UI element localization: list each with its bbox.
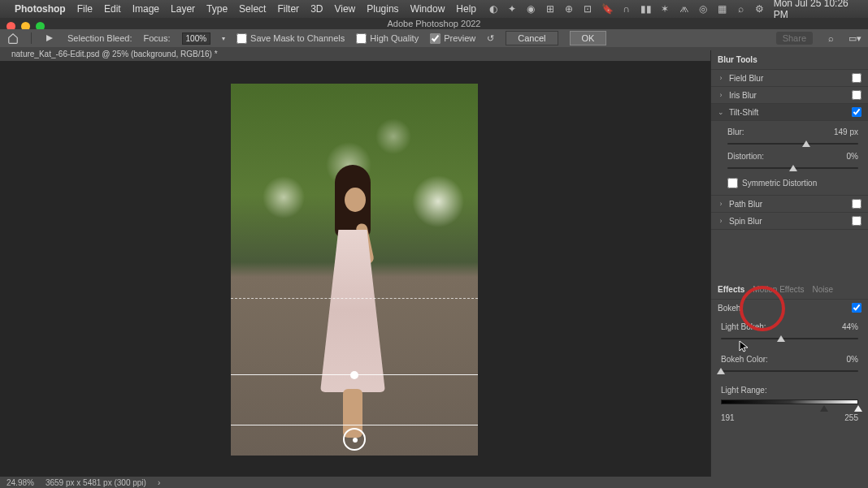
- zoom-level[interactable]: 24.98%: [7, 478, 34, 487]
- macos-menubar: Photoshop File Edit Image Layer Type Sel…: [0, 0, 868, 18]
- path-blur-checkbox[interactable]: [852, 199, 861, 209]
- preview-checkbox[interactable]: Preview: [430, 33, 475, 44]
- menubar-extra-icon[interactable]: ▮▮: [640, 3, 652, 15]
- tiltshift-pin[interactable]: [343, 428, 366, 451]
- focus-dropdown-icon[interactable]: ▾: [222, 35, 225, 42]
- tiltshift-focus-line[interactable]: [231, 425, 478, 425]
- tab-effects[interactable]: Effects: [718, 285, 744, 294]
- light-range-label: Light Range:: [721, 386, 767, 395]
- menubar-extra-icon[interactable]: ⊡: [583, 3, 593, 15]
- menubar-extra-icon[interactable]: ⊞: [545, 3, 555, 15]
- menu-help[interactable]: Help: [456, 3, 476, 15]
- search-icon[interactable]: ⌕: [736, 3, 746, 15]
- document-tab[interactable]: nature_Kat_-66-Edit.psd @ 25% (backgroun…: [11, 50, 218, 58]
- menu-filter[interactable]: Filter: [277, 3, 299, 15]
- save-mask-checkbox[interactable]: Save Mask to Channels: [237, 33, 345, 44]
- high-quality-checkbox[interactable]: High Quality: [356, 33, 419, 44]
- menu-select[interactable]: Select: [239, 3, 266, 15]
- menu-window[interactable]: Window: [410, 3, 445, 15]
- menubar-extra-icon[interactable]: ▦: [717, 3, 727, 15]
- tiltshift-focus-line[interactable]: [231, 374, 478, 375]
- symmetric-distortion-checkbox[interactable]: Symmetric Distortion: [727, 178, 858, 188]
- chevron-right-icon: ›: [718, 200, 724, 208]
- bokeh-color-value[interactable]: 0%: [847, 355, 858, 364]
- bokeh-header[interactable]: Bokeh: [711, 300, 868, 316]
- tilt-shift-header[interactable]: ⌄ Tilt-Shift: [711, 104, 868, 121]
- menu-edit[interactable]: Edit: [104, 3, 121, 15]
- bokeh-color-slider[interactable]: [721, 366, 858, 376]
- tab-noise[interactable]: Noise: [813, 285, 834, 294]
- menu-view[interactable]: View: [334, 3, 355, 15]
- bokeh-checkbox[interactable]: [852, 303, 861, 313]
- field-blur-header[interactable]: › Field Blur: [711, 70, 868, 87]
- menubar-extra-icon[interactable]: ⊕: [563, 3, 574, 15]
- chevron-right-icon: ›: [718, 74, 724, 82]
- menubar-extra-icon[interactable]: ◉: [526, 3, 536, 15]
- menubar-extra-icon[interactable]: ✦: [506, 3, 517, 15]
- tool-preset-icon[interactable]: [43, 32, 56, 45]
- light-bokeh-label: Light Bokeh:: [721, 322, 766, 331]
- tiltshift-feather-line[interactable]: [231, 298, 478, 299]
- bokeh-body: Light Bokeh:44% Bokeh Color:0% Light Ran…: [711, 316, 868, 429]
- home-icon[interactable]: [7, 32, 20, 45]
- iris-blur-checkbox[interactable]: [852, 90, 861, 100]
- selection-bleed-label: Selection Bleed:: [67, 33, 132, 43]
- light-bokeh-slider[interactable]: [721, 334, 858, 343]
- document-dimensions: 3659 px x 5481 px (300 ppi): [46, 478, 146, 487]
- spin-blur-checkbox[interactable]: [852, 216, 861, 226]
- iris-blur-header[interactable]: › Iris Blur: [711, 87, 868, 104]
- menubar-extra-icon[interactable]: ◐: [488, 3, 498, 15]
- share-button[interactable]: Share: [776, 32, 813, 45]
- menu-3d[interactable]: 3D: [310, 3, 323, 15]
- tab-motion-effects[interactable]: Motion Effects: [753, 285, 804, 294]
- path-blur-header[interactable]: › Path Blur: [711, 196, 868, 213]
- photo-subject: [320, 165, 385, 433]
- light-range-slider[interactable]: [721, 397, 858, 408]
- app-name[interactable]: Photoshop: [15, 3, 66, 15]
- blur-slider[interactable]: [727, 139, 858, 149]
- path-blur-label: Path Blur: [729, 200, 762, 209]
- menubar-extra-icon[interactable]: ◎: [697, 3, 708, 15]
- chevron-right-icon: ›: [718, 91, 724, 99]
- range-min-value[interactable]: 191: [721, 413, 735, 422]
- light-bokeh-value[interactable]: 44%: [842, 322, 858, 331]
- range-min-handle[interactable]: [820, 405, 828, 412]
- tiltshift-rotate-handle[interactable]: [350, 371, 358, 379]
- tilt-shift-label: Tilt-Shift: [729, 108, 758, 117]
- document-image[interactable]: [231, 84, 478, 456]
- range-max-handle[interactable]: [854, 405, 862, 412]
- field-blur-checkbox[interactable]: [852, 73, 861, 83]
- menu-file[interactable]: File: [77, 3, 93, 15]
- ok-button[interactable]: OK: [570, 31, 607, 45]
- status-chevron-icon[interactable]: ›: [158, 478, 160, 487]
- status-bar: 24.98% 3659 px x 5481 px (300 ppi) ›: [0, 477, 868, 488]
- menu-plugins[interactable]: Plugins: [367, 3, 398, 15]
- blur-value[interactable]: 149 px: [834, 127, 858, 136]
- wifi-icon[interactable]: ⩕: [679, 3, 689, 15]
- canvas-area[interactable]: [0, 61, 710, 477]
- menubar-extra-icon[interactable]: ✶: [660, 3, 671, 15]
- range-max-value[interactable]: 255: [844, 413, 858, 422]
- distortion-slider[interactable]: [727, 163, 858, 173]
- menu-image[interactable]: Image: [132, 3, 159, 15]
- blur-tools-title: Blur Tools: [711, 50, 868, 70]
- iris-blur-label: Iris Blur: [729, 91, 757, 100]
- workspace-icon[interactable]: ▭▾: [848, 32, 861, 45]
- menubar-extra-icon[interactable]: ∩: [621, 3, 631, 15]
- spin-blur-header[interactable]: › Spin Blur: [711, 213, 868, 230]
- cancel-button[interactable]: Cancel: [506, 31, 558, 45]
- menu-type[interactable]: Type: [206, 3, 228, 15]
- options-bar: Selection Bleed: Focus: 100% ▾ Save Mask…: [0, 29, 868, 47]
- control-center-icon[interactable]: ⚙: [754, 3, 765, 15]
- focus-value[interactable]: 100%: [182, 32, 211, 45]
- effects-tabs: Effects Motion Effects Noise: [711, 280, 868, 300]
- bokeh-color-label: Bokeh Color:: [721, 355, 768, 364]
- reset-icon[interactable]: ↺: [487, 33, 494, 44]
- bokeh-label: Bokeh: [718, 304, 740, 313]
- blur-label: Blur:: [727, 127, 744, 136]
- tilt-shift-checkbox[interactable]: [852, 107, 861, 117]
- search-docs-icon[interactable]: ⌕: [824, 32, 837, 45]
- menu-layer[interactable]: Layer: [171, 3, 195, 15]
- menubar-extra-icon[interactable]: 🔖: [601, 3, 613, 15]
- distortion-value[interactable]: 0%: [847, 152, 858, 161]
